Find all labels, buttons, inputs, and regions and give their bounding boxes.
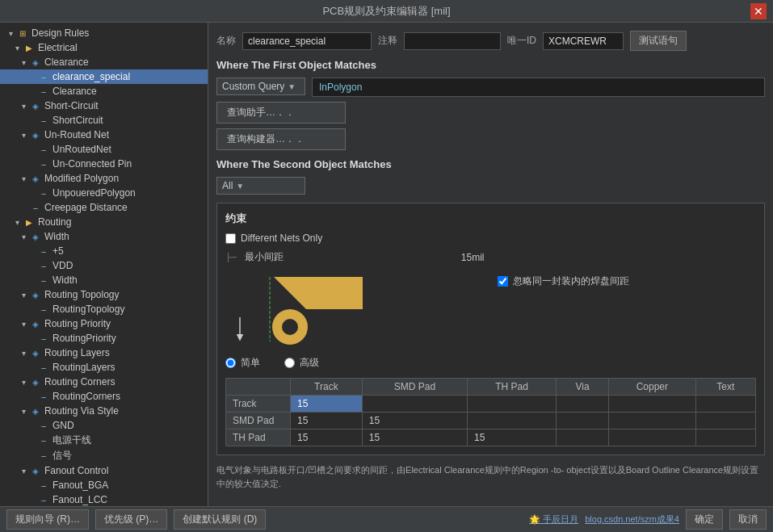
tree-item-label: Routing Topology xyxy=(44,289,120,300)
tree-item-width-item[interactable]: –Width xyxy=(0,273,208,287)
tree-item-label: UnpoueredPolygon xyxy=(53,187,136,199)
comment-input[interactable] xyxy=(404,32,501,50)
rule-item-icon: – xyxy=(37,493,50,506)
table-cell-1-4[interactable] xyxy=(609,413,695,429)
table-col-header-2: SMD Pad xyxy=(362,379,467,396)
tree-item-width-plus5[interactable]: –+5 xyxy=(0,244,208,258)
table-cell-1-3[interactable] xyxy=(557,413,609,429)
tree-item-routing-corners-item[interactable]: –RoutingCorners xyxy=(0,389,208,404)
table-cell-0-4[interactable] xyxy=(609,396,695,413)
tree-item-routing-corners[interactable]: ▾◈Routing Corners xyxy=(0,375,208,389)
second-query-row: All ▼ xyxy=(216,177,765,195)
advanced-radio-option[interactable]: 高级 xyxy=(284,356,319,370)
table-cell-0-5[interactable] xyxy=(695,396,755,413)
table-cell-2-5[interactable] xyxy=(695,429,755,446)
table-cell-2-2[interactable]: 15 xyxy=(468,429,557,446)
query-builder-button[interactable]: 查询构建器…．． xyxy=(216,128,346,150)
tree-item-label: Width xyxy=(44,231,69,242)
simple-radio[interactable] xyxy=(225,358,236,368)
bottom-right: 🌟 手辰日月 blog.csdn.net/szm成果4 确定 取消 xyxy=(529,509,767,530)
tree-item-via-power[interactable]: –电源干线 xyxy=(0,433,208,448)
blog-link[interactable]: 🌟 手辰日月 xyxy=(529,513,578,526)
tree-item-fanout-lcc[interactable]: –Fanout_LCC xyxy=(0,492,208,506)
tree-item-short-circuit[interactable]: ▾◈Short-Circuit xyxy=(0,98,208,113)
tree-item-label: RoutingTopology xyxy=(53,304,124,315)
simple-radio-option[interactable]: 简单 xyxy=(225,356,260,370)
confirm-button[interactable]: 确定 xyxy=(686,509,723,530)
tree-item-short-circuit-item[interactable]: –ShortCircuit xyxy=(0,113,208,128)
tree-item-unrouted-net[interactable]: ▾◈Un-Routed Net xyxy=(0,128,208,142)
table-cell-2-3[interactable] xyxy=(557,429,609,446)
clearance-diagram xyxy=(225,269,485,350)
rule-item-icon: – xyxy=(37,479,50,492)
tree-item-modified-polygon[interactable]: ▾◈Modified Polygon xyxy=(0,171,208,186)
different-nets-checkbox[interactable] xyxy=(225,233,236,244)
tree-item-width-group[interactable]: ▾◈Width xyxy=(0,229,208,244)
tree-item-routing-layers-item[interactable]: –RoutingLayers xyxy=(0,360,208,375)
tree-item-clearance-item[interactable]: –Clearance xyxy=(0,84,208,98)
tree-item-unpoured-polygon[interactable]: –UnpoueredPolygon xyxy=(0,186,208,200)
priority-button[interactable]: 优先级 (P)… xyxy=(95,509,167,530)
table-cell-1-0[interactable]: 15 xyxy=(291,413,363,429)
create-default-button[interactable]: 创建默认规则 (D) xyxy=(174,509,266,530)
tree-item-design-rules[interactable]: ▾⊞Design Rules xyxy=(0,26,208,40)
tree-item-clearance-special[interactable]: –clearance_special xyxy=(0,69,208,84)
tree-item-label: ShortCircuit xyxy=(53,115,103,126)
table-cell-2-1[interactable]: 15 xyxy=(362,429,467,446)
tree-item-routing-topology-item[interactable]: –RoutingTopology xyxy=(0,302,208,316)
rule-item-icon: – xyxy=(37,114,50,127)
query-helper-button[interactable]: 查询助手…．． xyxy=(216,102,346,124)
first-query-dropdown[interactable]: Custom Query ▼ xyxy=(216,77,305,95)
tree-item-label: +5 xyxy=(53,245,64,257)
table-cell-0-3[interactable] xyxy=(557,396,609,413)
rule-group-icon: ◈ xyxy=(29,317,42,330)
table-cell-1-2[interactable] xyxy=(468,413,557,429)
tree-item-routing-priority-item[interactable]: –RoutingPriority xyxy=(0,331,208,346)
table-cell-1-1[interactable]: 15 xyxy=(362,413,467,429)
tree-arrow-icon: ▾ xyxy=(18,467,29,475)
tree-item-clearance-group[interactable]: ▾◈Clearance xyxy=(0,55,208,69)
table-cell-0-2[interactable] xyxy=(468,396,557,413)
tree-item-fanout-control[interactable]: ▾◈Fanout Control xyxy=(0,463,208,478)
tree-item-fanout-bga[interactable]: –Fanout_BGA xyxy=(0,478,208,492)
first-query-text[interactable]: InPolygon xyxy=(312,77,765,97)
rule-wizard-button[interactable]: 规则向导 (R)… xyxy=(6,509,89,530)
tree-item-routing-priority[interactable]: ▾◈Routing Priority xyxy=(0,316,208,331)
tree-item-routing-layers[interactable]: ▾◈Routing Layers xyxy=(0,346,208,360)
id-input[interactable] xyxy=(543,32,624,50)
rule-item-icon: – xyxy=(37,85,50,98)
tree-arrow-icon: ▾ xyxy=(18,349,29,358)
table-col-header-4: Via xyxy=(557,379,609,396)
close-button[interactable]: ✕ xyxy=(750,3,767,19)
advanced-radio[interactable] xyxy=(284,358,295,368)
tree-arrow-icon: ▾ xyxy=(18,131,29,140)
table-cell-2-4[interactable] xyxy=(609,429,695,446)
min-distance-row: ├─ 最小间距 15mil xyxy=(225,250,485,264)
cancel-button[interactable]: 取消 xyxy=(729,509,767,530)
test-button[interactable]: 测试语句 xyxy=(630,31,687,51)
tree-item-electrical[interactable]: ▾▶Electrical xyxy=(0,40,208,55)
tree-item-routing[interactable]: ▾▶Routing xyxy=(0,215,208,229)
header-row: 名称 注释 唯一ID 测试语句 xyxy=(216,31,765,51)
name-input[interactable] xyxy=(242,32,372,50)
table-col-header-0 xyxy=(226,379,291,396)
tree-item-unconnected-pin[interactable]: –Un-Connected Pin xyxy=(0,157,208,171)
table-cell-0-1[interactable] xyxy=(362,396,467,413)
table-cell-2-0[interactable]: 15 xyxy=(291,429,363,446)
tree-item-label: RoutingCorners xyxy=(53,391,120,402)
tree-item-routing-topology[interactable]: ▾◈Routing Topology xyxy=(0,287,208,302)
tree-item-creepage[interactable]: –Creepage Distance xyxy=(0,200,208,215)
ignore-pads-checkbox[interactable] xyxy=(498,276,508,287)
tree-panel: ▾⊞Design Rules▾▶Electrical▾◈Clearance–cl… xyxy=(0,23,208,506)
second-query-dropdown[interactable]: All ▼ xyxy=(216,177,305,195)
blog-url[interactable]: blog.csdn.net/szm成果4 xyxy=(585,513,679,526)
constraint-box: 约束 Different Nets Only ├─ 最小间距 15mil xyxy=(216,203,765,455)
tree-item-via-signal[interactable]: –信号 xyxy=(0,448,208,463)
tree-item-routing-via[interactable]: ▾◈Routing Via Style xyxy=(0,404,208,418)
advanced-label: 高级 xyxy=(300,356,319,370)
table-cell-1-5[interactable] xyxy=(695,413,755,429)
table-cell-0-0[interactable]: 15 xyxy=(291,396,363,413)
tree-item-width-vdd[interactable]: –VDD xyxy=(0,258,208,273)
tree-item-unrouted-net-item[interactable]: –UnRoutedNet xyxy=(0,142,208,157)
tree-item-via-gnd[interactable]: –GND xyxy=(0,418,208,433)
